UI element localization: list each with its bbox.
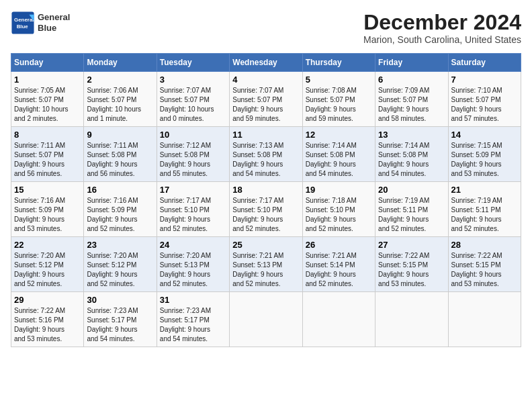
calendar-cell: 19Sunrise: 7:18 AMSunset: 5:10 PMDayligh…: [302, 182, 375, 237]
day-number: 4: [232, 75, 299, 85]
day-info: Sunrise: 7:05 AMSunset: 5:07 PMDaylight:…: [14, 86, 81, 124]
main-title: December 2024: [363, 11, 521, 34]
day-info: Sunrise: 7:07 AMSunset: 5:07 PMDaylight:…: [160, 86, 226, 124]
calendar-cell: 1Sunrise: 7:05 AMSunset: 5:07 PMDaylight…: [11, 72, 84, 127]
day-info: Sunrise: 7:13 AMSunset: 5:08 PMDaylight:…: [232, 141, 299, 179]
day-info: Sunrise: 7:08 AMSunset: 5:07 PMDaylight:…: [306, 86, 372, 124]
calendar-cell: 9Sunrise: 7:11 AMSunset: 5:08 PMDaylight…: [84, 127, 157, 182]
title-area: December 2024 Marion, South Carolina, Un…: [363, 11, 521, 45]
day-number: 8: [14, 130, 81, 140]
day-number: 15: [14, 185, 81, 195]
svg-text:General: General: [14, 17, 34, 23]
calendar-cell: 12Sunrise: 7:14 AMSunset: 5:08 PMDayligh…: [302, 127, 375, 182]
calendar-cell: 30Sunrise: 7:23 AMSunset: 5:17 PMDayligh…: [84, 292, 157, 347]
day-number: 10: [160, 130, 226, 140]
day-number: 22: [14, 240, 81, 250]
calendar-cell: 18Sunrise: 7:17 AMSunset: 5:10 PMDayligh…: [230, 182, 302, 237]
day-number: 28: [451, 240, 518, 250]
calendar-cell: 3Sunrise: 7:07 AMSunset: 5:07 PMDaylight…: [157, 72, 229, 127]
calendar-cell: 20Sunrise: 7:19 AMSunset: 5:11 PMDayligh…: [375, 182, 448, 237]
day-number: 3: [160, 75, 226, 85]
day-number: 2: [87, 75, 153, 85]
day-number: 13: [378, 130, 445, 140]
calendar-cell: 22Sunrise: 7:20 AMSunset: 5:12 PMDayligh…: [11, 237, 84, 292]
day-info: Sunrise: 7:20 AMSunset: 5:13 PMDaylight:…: [160, 251, 226, 289]
day-info: Sunrise: 7:23 AMSunset: 5:17 PMDaylight:…: [160, 306, 226, 344]
day-info: Sunrise: 7:12 AMSunset: 5:08 PMDaylight:…: [160, 141, 226, 179]
day-info: Sunrise: 7:17 AMSunset: 5:10 PMDaylight:…: [160, 196, 226, 234]
calendar-cell: 25Sunrise: 7:21 AMSunset: 5:13 PMDayligh…: [230, 237, 302, 292]
day-number: 12: [306, 130, 372, 140]
day-number: 16: [87, 185, 153, 195]
svg-text:Blue: Blue: [17, 24, 29, 30]
calendar-cell: 28Sunrise: 7:22 AMSunset: 5:15 PMDayligh…: [448, 237, 521, 292]
calendar-cell: 14Sunrise: 7:15 AMSunset: 5:09 PMDayligh…: [448, 127, 521, 182]
day-number: 23: [87, 240, 153, 250]
day-number: 17: [160, 185, 226, 195]
day-info: Sunrise: 7:22 AMSunset: 5:15 PMDaylight:…: [378, 251, 445, 289]
calendar-cell: 29Sunrise: 7:22 AMSunset: 5:16 PMDayligh…: [11, 292, 84, 347]
day-info: Sunrise: 7:19 AMSunset: 5:11 PMDaylight:…: [378, 196, 445, 234]
calendar-header: SundayMondayTuesdayWednesdayThursdayFrid…: [11, 54, 521, 72]
logo-text: General Blue: [38, 12, 70, 33]
day-number: 1: [14, 75, 81, 85]
day-info: Sunrise: 7:11 AMSunset: 5:08 PMDaylight:…: [87, 141, 153, 179]
calendar-cell: 26Sunrise: 7:21 AMSunset: 5:14 PMDayligh…: [302, 237, 375, 292]
empty-cell: [448, 292, 521, 347]
day-info: Sunrise: 7:11 AMSunset: 5:07 PMDaylight:…: [14, 141, 81, 179]
day-number: 27: [378, 240, 445, 250]
day-number: 20: [378, 185, 445, 195]
day-number: 6: [378, 75, 445, 85]
day-number: 11: [232, 130, 299, 140]
day-info: Sunrise: 7:14 AMSunset: 5:08 PMDaylight:…: [306, 141, 372, 179]
day-info: Sunrise: 7:16 AMSunset: 5:09 PMDaylight:…: [87, 196, 153, 234]
day-number: 19: [306, 185, 372, 195]
day-number: 7: [451, 75, 518, 85]
day-info: Sunrise: 7:23 AMSunset: 5:17 PMDaylight:…: [87, 306, 153, 344]
calendar-cell: 2Sunrise: 7:06 AMSunset: 5:07 PMDaylight…: [84, 72, 157, 127]
day-info: Sunrise: 7:16 AMSunset: 5:09 PMDaylight:…: [14, 196, 81, 234]
day-number: 14: [451, 130, 518, 140]
calendar-cell: 4Sunrise: 7:07 AMSunset: 5:07 PMDaylight…: [230, 72, 302, 127]
day-info: Sunrise: 7:19 AMSunset: 5:11 PMDaylight:…: [451, 196, 518, 234]
day-number: 29: [14, 295, 81, 305]
calendar-table: SundayMondayTuesdayWednesdayThursdayFrid…: [11, 53, 521, 347]
day-number: 24: [160, 240, 226, 250]
day-info: Sunrise: 7:18 AMSunset: 5:10 PMDaylight:…: [306, 196, 372, 234]
day-number: 18: [232, 185, 299, 195]
day-info: Sunrise: 7:14 AMSunset: 5:08 PMDaylight:…: [378, 141, 445, 179]
day-info: Sunrise: 7:22 AMSunset: 5:15 PMDaylight:…: [451, 251, 518, 289]
calendar-cell: 6Sunrise: 7:09 AMSunset: 5:07 PMDaylight…: [375, 72, 448, 127]
calendar-cell: 10Sunrise: 7:12 AMSunset: 5:08 PMDayligh…: [157, 127, 229, 182]
weekday-header: Saturday: [448, 54, 521, 72]
day-info: Sunrise: 7:22 AMSunset: 5:16 PMDaylight:…: [14, 306, 81, 344]
empty-cell: [375, 292, 448, 347]
calendar-cell: 8Sunrise: 7:11 AMSunset: 5:07 PMDaylight…: [11, 127, 84, 182]
empty-cell: [230, 292, 302, 347]
day-info: Sunrise: 7:21 AMSunset: 5:13 PMDaylight:…: [232, 251, 299, 289]
logo: General Blue General Blue: [11, 11, 70, 35]
weekday-header: Wednesday: [230, 54, 302, 72]
weekday-header: Sunday: [11, 54, 84, 72]
day-info: Sunrise: 7:10 AMSunset: 5:07 PMDaylight:…: [451, 86, 518, 124]
day-number: 31: [160, 295, 226, 305]
empty-cell: [302, 292, 375, 347]
calendar-cell: 11Sunrise: 7:13 AMSunset: 5:08 PMDayligh…: [230, 127, 302, 182]
calendar-cell: 16Sunrise: 7:16 AMSunset: 5:09 PMDayligh…: [84, 182, 157, 237]
logo-icon: General Blue: [11, 11, 35, 35]
calendar-cell: 5Sunrise: 7:08 AMSunset: 5:07 PMDaylight…: [302, 72, 375, 127]
day-info: Sunrise: 7:20 AMSunset: 5:12 PMDaylight:…: [87, 251, 153, 289]
weekday-header: Monday: [84, 54, 157, 72]
subtitle: Marion, South Carolina, United States: [363, 34, 521, 45]
day-info: Sunrise: 7:17 AMSunset: 5:10 PMDaylight:…: [232, 196, 299, 234]
day-info: Sunrise: 7:07 AMSunset: 5:07 PMDaylight:…: [232, 86, 299, 124]
calendar-cell: 7Sunrise: 7:10 AMSunset: 5:07 PMDaylight…: [448, 72, 521, 127]
weekday-header: Friday: [375, 54, 448, 72]
day-info: Sunrise: 7:15 AMSunset: 5:09 PMDaylight:…: [451, 141, 518, 179]
day-number: 30: [87, 295, 153, 305]
day-number: 26: [306, 240, 372, 250]
calendar-cell: 15Sunrise: 7:16 AMSunset: 5:09 PMDayligh…: [11, 182, 84, 237]
day-number: 5: [306, 75, 372, 85]
calendar-cell: 27Sunrise: 7:22 AMSunset: 5:15 PMDayligh…: [375, 237, 448, 292]
day-number: 25: [232, 240, 299, 250]
